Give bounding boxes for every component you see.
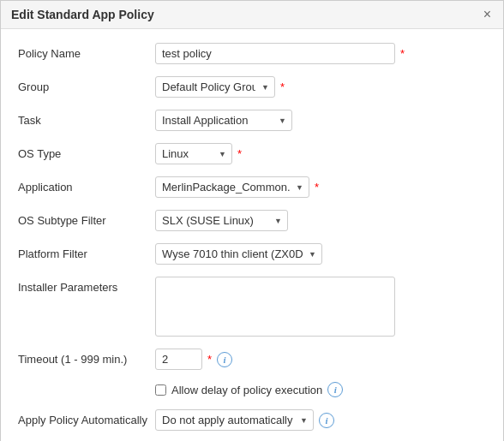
apply-policy-row: Apply Policy Automatically Do not apply … (18, 409, 486, 431)
group-select[interactable]: Default Policy Group (155, 76, 275, 98)
os-subtype-row: OS Subtype Filter SLX (SUSE Linux) (18, 210, 486, 231)
allow-delay-info-icon[interactable]: i (327, 382, 343, 397)
application-label: Application (18, 176, 155, 194)
os-type-select-wrap: Linux (155, 143, 232, 164)
installer-params-label: Installer Parameters (18, 277, 155, 294)
timeout-input[interactable] (155, 349, 202, 370)
task-select[interactable]: Install Application (155, 110, 292, 131)
platform-control: Wyse 7010 thin client (ZX0D) (155, 243, 486, 265)
application-required: * (315, 181, 319, 194)
apply-policy-info-icon[interactable]: i (319, 413, 334, 428)
application-row: Application MerlinPackage_Common.exe (Lo… (18, 176, 486, 198)
timeout-row: Timeout (1 - 999 min.) * i (18, 349, 486, 370)
os-type-row: OS Type Linux * (18, 143, 486, 164)
task-row: Task Install Application (18, 110, 486, 131)
os-subtype-select-wrap: SLX (SUSE Linux) (155, 210, 288, 231)
platform-row: Platform Filter Wyse 7010 thin client (Z… (18, 243, 486, 265)
dialog-body: Policy Name * Group Default Policy Group… (1, 29, 503, 441)
task-control: Install Application (155, 110, 486, 131)
timeout-required: * (207, 353, 212, 366)
dialog-title: Edit Standard App Policy (11, 8, 154, 21)
os-subtype-select[interactable]: SLX (SUSE Linux) (155, 210, 288, 231)
os-type-control: Linux * (155, 143, 486, 164)
task-select-wrap: Install Application (155, 110, 292, 131)
edit-policy-dialog: Edit Standard App Policy × Policy Name *… (0, 0, 504, 441)
dialog-header: Edit Standard App Policy × (1, 1, 503, 29)
application-select-wrap: MerlinPackage_Common.exe (Loc (155, 176, 309, 198)
group-label: Group (18, 76, 155, 93)
apply-policy-select-wrap: Do not apply automatically (155, 409, 314, 431)
allow-delay-checkbox[interactable] (155, 384, 166, 396)
timeout-label: Timeout (1 - 999 min.) (18, 349, 155, 366)
apply-policy-label: Apply Policy Automatically (18, 409, 155, 426)
application-control: MerlinPackage_Common.exe (Loc * (155, 176, 486, 198)
os-type-required: * (237, 147, 242, 160)
apply-policy-control: Do not apply automatically i (155, 409, 486, 431)
group-required: * (280, 80, 285, 93)
allow-delay-label: Allow delay of policy execution (171, 384, 322, 396)
policy-name-label: Policy Name (18, 43, 155, 60)
platform-select-wrap: Wyse 7010 thin client (ZX0D) (155, 243, 322, 265)
installer-params-input[interactable] (155, 277, 395, 337)
installer-params-row: Installer Parameters (18, 277, 486, 337)
task-label: Task (18, 110, 155, 127)
policy-name-row: Policy Name * (18, 43, 486, 64)
os-subtype-control: SLX (SUSE Linux) (155, 210, 486, 231)
group-control: Default Policy Group * (155, 76, 486, 98)
platform-select[interactable]: Wyse 7010 thin client (ZX0D) (155, 243, 322, 265)
policy-name-control: * (155, 43, 486, 64)
timeout-info-icon[interactable]: i (217, 352, 232, 367)
os-type-label: OS Type (18, 143, 155, 160)
platform-label: Platform Filter (18, 243, 155, 260)
policy-name-required: * (400, 47, 405, 60)
installer-params-control (155, 277, 486, 337)
os-subtype-label: OS Subtype Filter (18, 210, 155, 227)
allow-delay-row: Allow delay of policy execution i (155, 382, 486, 397)
os-type-select[interactable]: Linux (155, 143, 232, 164)
policy-name-input[interactable] (155, 43, 395, 64)
group-select-wrap: Default Policy Group (155, 76, 275, 98)
group-row: Group Default Policy Group * (18, 76, 486, 98)
close-button[interactable]: × (482, 8, 493, 21)
apply-policy-select[interactable]: Do not apply automatically (155, 409, 314, 431)
timeout-control: * i (155, 349, 486, 370)
application-select[interactable]: MerlinPackage_Common.exe (Loc (155, 176, 309, 198)
